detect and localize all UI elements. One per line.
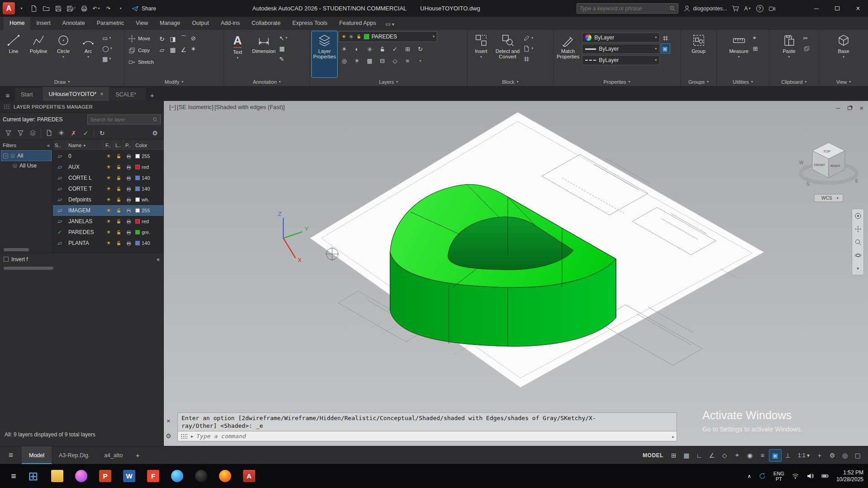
layer-color-cell[interactable]: red: [134, 164, 163, 170]
layer-status-icon[interactable]: ✓: [53, 229, 67, 235]
wifi-icon[interactable]: [792, 472, 799, 480]
block-panel-label[interactable]: Block▾: [467, 77, 553, 86]
layer-on-icon[interactable]: ☀: [104, 175, 114, 181]
layout-tab[interactable]: A3-Rep.Dig.: [52, 446, 97, 464]
command-input-row[interactable]: ▸ ▴: [177, 431, 677, 441]
view-panel-label[interactable]: View▾: [819, 77, 868, 86]
ribbon-display-toggle[interactable]: ▭▾: [386, 21, 394, 27]
layer-status-icon[interactable]: ▱: [53, 153, 67, 159]
command-history[interactable]: Enter an option [2dwireframe/Wireframe/H…: [177, 412, 677, 431]
ribbon-tab[interactable]: Annotate: [57, 17, 91, 30]
layer-plot-icon[interactable]: [124, 240, 134, 246]
rotate-icon[interactable]: ↻: [157, 34, 167, 44]
dynamic-ucs-icon[interactable]: ⊥: [782, 450, 794, 461]
copy-clip-icon[interactable]: [802, 44, 811, 53]
layer-unisolate-icon[interactable]: ◎: [339, 56, 350, 66]
layer-on-icon[interactable]: ☀: [104, 240, 114, 246]
layer-search-box[interactable]: [87, 115, 161, 124]
transparency-icon[interactable]: ▣: [661, 44, 670, 53]
delete-layer-icon[interactable]: ✗: [68, 128, 79, 139]
undo-icon[interactable]: ↶▾: [91, 2, 102, 15]
new-layer-vp-freeze-icon[interactable]: [56, 128, 67, 139]
layer-name[interactable]: JANELAS: [67, 218, 104, 225]
group-button[interactable]: Group: [687, 31, 711, 77]
layer-unlock-icon[interactable]: ⊟: [377, 56, 388, 66]
powerpoint-icon[interactable]: P: [99, 470, 111, 482]
detect-convert-button[interactable]: Detect andConvert: [494, 31, 521, 77]
measure-button[interactable]: Measure▾: [727, 31, 751, 77]
pan-icon[interactable]: [854, 225, 862, 233]
column-lock[interactable]: L..: [114, 140, 124, 150]
layer-name[interactable]: IMAGEM: [67, 207, 104, 214]
layer-color-cell[interactable]: red: [134, 219, 163, 224]
layer-walk-icon[interactable]: ◇: [389, 56, 401, 66]
properties-panel-label[interactable]: Properties▾: [553, 77, 680, 86]
model-space-label[interactable]: MODEL: [643, 452, 663, 459]
window-minimize-button[interactable]: ─: [806, 0, 826, 17]
new-property-filter-icon[interactable]: [3, 128, 14, 139]
palette-settings-gear-icon[interactable]: ⚙: [149, 128, 161, 139]
layer-on-all-icon[interactable]: ☀: [351, 56, 362, 66]
circle-button[interactable]: Circle▾: [52, 31, 75, 77]
file-tab[interactable]: SCALE*: [110, 88, 146, 101]
explode-icon[interactable]: ∗: [190, 44, 197, 53]
new-layout-button[interactable]: +: [130, 446, 145, 464]
messenger-icon[interactable]: [75, 470, 87, 482]
ribbon-tab[interactable]: Collaborate: [246, 17, 286, 30]
app-menu-chevron-icon[interactable]: ▾: [16, 2, 27, 15]
tree-expander-icon[interactable]: −: [3, 153, 8, 158]
start-menu-icon[interactable]: ≡: [5, 464, 23, 488]
ribbon-tab[interactable]: Add-ins: [215, 17, 246, 30]
copy-button[interactable]: Copy: [126, 45, 156, 56]
file-tab-close-icon[interactable]: ×: [100, 91, 103, 97]
layer-search-icon[interactable]: [153, 117, 158, 122]
filters-collapse-icon[interactable]: «: [47, 143, 50, 148]
layout-tab[interactable]: a4_alto: [97, 446, 130, 464]
layer-row[interactable]: ▱ CORTE L ☀ 140: [53, 172, 163, 183]
command-input[interactable]: [196, 433, 668, 440]
layer-plot-icon[interactable]: [124, 197, 134, 203]
sync-icon[interactable]: [758, 472, 766, 480]
layer-more-icon[interactable]: ▾: [415, 56, 426, 66]
layer-lock-icon[interactable]: [114, 208, 124, 214]
draw-panel-label[interactable]: Draw▾: [0, 77, 124, 86]
screencast-icon[interactable]: [766, 2, 777, 15]
column-name[interactable]: Name▲: [67, 140, 104, 150]
fillet-icon[interactable]: ⌒: [179, 34, 189, 44]
layout-tab[interactable]: Model: [22, 446, 52, 464]
navigation-wheel-icon[interactable]: [854, 211, 862, 220]
layers-panel-label[interactable]: Layers▾: [310, 77, 467, 86]
ucs-icon[interactable]: Z Y X: [278, 211, 309, 263]
layer-row[interactable]: ▱ 0 ☀ 255: [53, 151, 163, 162]
match-layer-icon[interactable]: ⊞: [402, 44, 413, 54]
refresh-icon[interactable]: ↻: [96, 128, 108, 139]
layer-name[interactable]: PAREDES: [67, 229, 104, 235]
palette-grip[interactable]: [4, 104, 10, 110]
polyline-button[interactable]: Polyline: [27, 31, 50, 77]
lineweight-dropdown[interactable]: ByLayer▾: [582, 44, 660, 54]
filters-hscrollbar[interactable]: [4, 248, 29, 251]
window-close-button[interactable]: ×: [848, 0, 868, 17]
autodesk-apps-icon[interactable]: A▾: [742, 2, 753, 15]
layer-status-icon[interactable]: ▱: [53, 175, 67, 181]
layer-states-icon[interactable]: [27, 128, 38, 139]
layer-row[interactable]: ✓ PAREDES ☀ gre.: [53, 227, 163, 238]
layer-status-icon[interactable]: ▱: [53, 207, 67, 214]
help-search-input[interactable]: [580, 5, 667, 12]
layer-plot-icon[interactable]: [124, 186, 134, 192]
arc-button[interactable]: Arc▾: [76, 31, 100, 77]
layer-name[interactable]: Defpoints: [67, 196, 104, 203]
layer-lock-icon[interactable]: [114, 240, 124, 246]
annotation-panel-label[interactable]: Annotation▾: [224, 77, 310, 86]
layer-name[interactable]: AUX: [67, 164, 104, 170]
filter-tree-all[interactable]: − All: [1, 151, 51, 161]
dark-app-icon[interactable]: [195, 470, 207, 482]
command-close-icon[interactable]: ×: [167, 417, 171, 425]
navigation-bar[interactable]: ▾: [852, 209, 864, 275]
layer-lock-icon[interactable]: [114, 164, 124, 170]
view-control[interactable]: [SE Isometric]: [177, 104, 214, 110]
new-layer-icon[interactable]: [43, 128, 55, 139]
column-plot[interactable]: P..: [124, 140, 134, 150]
firefox-red-icon[interactable]: F: [147, 470, 159, 482]
zoom-icon[interactable]: [854, 238, 862, 246]
